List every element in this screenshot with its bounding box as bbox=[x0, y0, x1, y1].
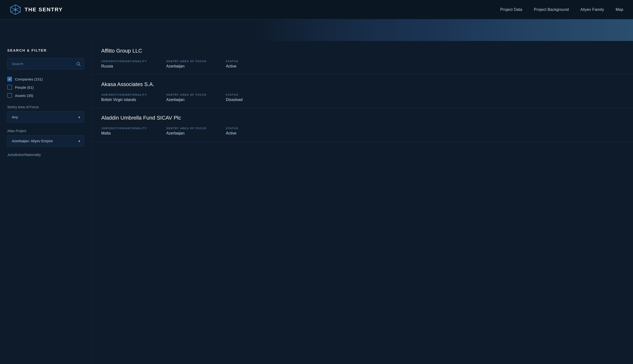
checkbox-companies[interactable]: Companies (151) bbox=[7, 77, 84, 82]
filter-checkboxes: Companies (151) People (61) Assets (35) bbox=[7, 77, 84, 98]
sidebar: SEARCH & FILTER Companies (151) People (… bbox=[0, 41, 92, 364]
card-title[interactable]: Akasa Associates S.A. bbox=[101, 81, 623, 88]
logo-text: THE SENTRY bbox=[24, 6, 63, 13]
search-container bbox=[7, 58, 84, 70]
focus-key: SENTRY AREA OF FOCUS bbox=[166, 60, 206, 63]
nav-project-background[interactable]: Project Background bbox=[534, 8, 569, 12]
card-title[interactable]: Affitto Group LLC bbox=[101, 48, 623, 54]
sidebar-title: SEARCH & FILTER bbox=[7, 48, 84, 52]
filter-sentry-focus: Sentry Area of Focus Any bbox=[7, 105, 84, 123]
checkbox-assets[interactable]: Assets (35) bbox=[7, 93, 84, 98]
nav-project-data[interactable]: Project Data bbox=[500, 8, 522, 12]
meta-jurisdiction: JURISDICTION/NATIONALITY Russia bbox=[101, 60, 147, 68]
search-icon bbox=[76, 62, 81, 66]
status-key: STATUS bbox=[226, 127, 238, 130]
filter-jurisdiction: Jurisdiction/Nationality bbox=[7, 153, 84, 157]
sentry-focus-label: Sentry Area of Focus bbox=[7, 105, 84, 109]
card-title[interactable]: Aladdin Umbrella Fund SICAV Plc bbox=[101, 115, 623, 121]
jurisdiction-label: Jurisdiction/Nationality bbox=[7, 153, 84, 157]
sentry-focus-select-wrapper: Any bbox=[7, 111, 84, 123]
sentry-logo-icon bbox=[10, 4, 21, 16]
logo-area: THE SENTRY bbox=[10, 4, 63, 16]
sentry-focus-select[interactable]: Any bbox=[7, 111, 84, 123]
checkbox-assets-label: Assets (35) bbox=[15, 94, 33, 98]
meta-status: STATUS Active bbox=[226, 127, 238, 136]
card-meta: JURISDICTION/NATIONALITY British Virgin … bbox=[101, 93, 623, 102]
atlas-project-label: Atlas Project bbox=[7, 129, 84, 133]
filter-atlas-project: Atlas Project Azerbaijan: Aliyev Empire bbox=[7, 129, 84, 146]
jurisdiction-value: Malta bbox=[101, 131, 147, 136]
card-meta: JURISDICTION/NATIONALITY Russia SENTRY A… bbox=[101, 60, 623, 68]
main-nav: Project Data Project Background Aliyev F… bbox=[500, 8, 623, 12]
status-value: Active bbox=[226, 131, 238, 136]
search-button[interactable] bbox=[76, 62, 81, 66]
nav-aliyev-family[interactable]: Aliyev Family bbox=[580, 8, 604, 12]
status-value: Dissolved bbox=[226, 98, 242, 102]
status-value: Active bbox=[226, 64, 238, 68]
checkbox-companies-label: Companies (151) bbox=[15, 77, 43, 81]
focus-value: Azerbaijan bbox=[166, 131, 206, 136]
focus-value: Azerbaijan bbox=[166, 98, 206, 102]
jurisdiction-key: JURISDICTION/NATIONALITY bbox=[101, 93, 147, 96]
checkbox-companies-box[interactable] bbox=[7, 77, 12, 82]
result-card: Affitto Group LLC JURISDICTION/NATIONALI… bbox=[92, 41, 633, 74]
meta-focus: SENTRY AREA OF FOCUS Azerbaijan bbox=[166, 93, 206, 102]
nav-map[interactable]: Map bbox=[616, 8, 623, 12]
main-layout: SEARCH & FILTER Companies (151) People (… bbox=[0, 41, 633, 364]
card-meta: JURISDICTION/NATIONALITY Malta SENTRY AR… bbox=[101, 127, 623, 136]
focus-key: SENTRY AREA OF FOCUS bbox=[166, 93, 206, 96]
meta-focus: SENTRY AREA OF FOCUS Azerbaijan bbox=[166, 60, 206, 68]
meta-status: STATUS Active bbox=[226, 60, 238, 68]
result-card: Aladdin Umbrella Fund SICAV Plc JURISDIC… bbox=[92, 108, 633, 142]
svg-line-6 bbox=[79, 64, 80, 66]
atlas-project-select-wrapper: Azerbaijan: Aliyev Empire bbox=[7, 135, 84, 146]
jurisdiction-value: British Virgin Islands bbox=[101, 98, 147, 102]
jurisdiction-value: Russia bbox=[101, 64, 147, 68]
status-key: STATUS bbox=[226, 60, 238, 63]
meta-status: STATUS Dissolved bbox=[226, 93, 242, 102]
status-key: STATUS bbox=[226, 93, 242, 96]
search-input[interactable] bbox=[7, 58, 84, 70]
checkbox-people-box[interactable] bbox=[7, 85, 12, 90]
content-area: Affitto Group LLC JURISDICTION/NATIONALI… bbox=[92, 41, 633, 364]
jurisdiction-key: JURISDICTION/NATIONALITY bbox=[101, 60, 147, 63]
header: THE SENTRY Project Data Project Backgrou… bbox=[0, 0, 633, 19]
meta-jurisdiction: JURISDICTION/NATIONALITY British Virgin … bbox=[101, 93, 147, 102]
meta-jurisdiction: JURISDICTION/NATIONALITY Malta bbox=[101, 127, 147, 136]
hero-banner bbox=[0, 19, 633, 41]
checkbox-assets-box[interactable] bbox=[7, 93, 12, 98]
result-card: Akasa Associates S.A. JURISDICTION/NATIO… bbox=[92, 74, 633, 108]
jurisdiction-key: JURISDICTION/NATIONALITY bbox=[101, 127, 147, 130]
checkbox-people-label: People (61) bbox=[15, 85, 34, 90]
focus-key: SENTRY AREA OF FOCUS bbox=[166, 127, 206, 130]
checkbox-people[interactable]: People (61) bbox=[7, 85, 84, 90]
meta-focus: SENTRY AREA OF FOCUS Azerbaijan bbox=[166, 127, 206, 136]
focus-value: Azerbaijan bbox=[166, 64, 206, 68]
atlas-project-select[interactable]: Azerbaijan: Aliyev Empire bbox=[7, 135, 84, 146]
